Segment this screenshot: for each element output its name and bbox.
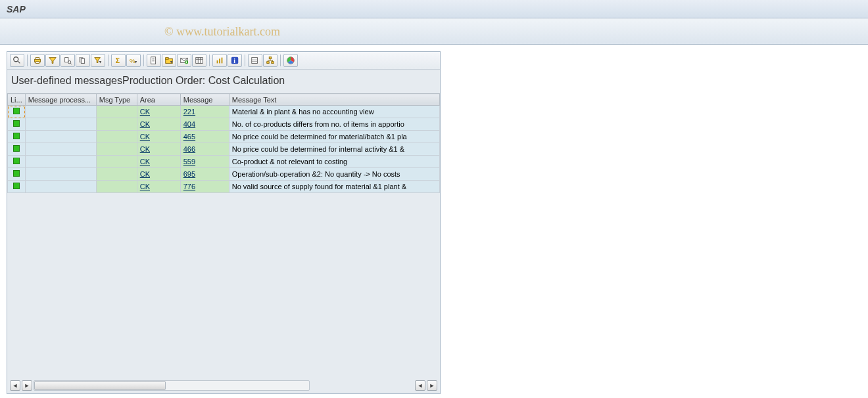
detail-button[interactable] [10,54,24,67]
status-light-icon [13,108,20,114]
svg-marker-5 [49,58,57,64]
message-link[interactable]: 466 [183,145,195,153]
table-row[interactable]: CK221Material & in plant & has no accoun… [8,106,440,118]
msgtype-cell [96,131,137,143]
message-cell: 221 [180,106,229,118]
msgtype-cell [96,181,137,193]
status-cell [8,106,26,118]
area-cell: CK [137,118,180,131]
find-button[interactable] [60,54,75,67]
area-cell: CK [137,143,180,156]
message-link[interactable]: 221 [183,108,195,116]
scroll-right-button[interactable]: ► [22,380,32,391]
table-row[interactable]: CK776No valid source of supply found for… [8,181,440,193]
message-link[interactable]: 465 [183,133,195,141]
svg-text:%: % [130,57,135,64]
table-row[interactable]: CK465No price could be determined for ma… [8,131,440,143]
mail-button[interactable] [177,54,191,67]
svg-rect-29 [217,60,218,63]
status-cell [8,118,26,131]
text-cell: No price could be determined for materia… [229,131,439,143]
status-light-icon [13,133,20,139]
status-cell [8,156,26,168]
area-link[interactable]: CK [140,183,150,190]
message-link[interactable]: 404 [183,120,195,128]
col-header-process[interactable]: Message process... [25,94,96,106]
process-cell [25,131,96,143]
text-cell: No. of co-products differs from no. of i… [229,118,439,131]
scroll-track[interactable] [34,380,310,391]
info-button[interactable]: i [228,54,242,67]
col-header-msgtype[interactable]: Msg Type [96,94,137,106]
col-header-area[interactable]: Area [137,94,180,106]
area-link[interactable]: CK [140,108,150,116]
message-table: Li... Message process... Msg Type Area M… [7,93,440,193]
table-container: Li... Message process... Msg Type Area M… [7,93,440,379]
table-row[interactable]: CK695Operation/sub-operation &2: No quan… [8,168,440,181]
export-button[interactable] [147,54,161,67]
svg-rect-31 [222,58,223,64]
scroll-left-button[interactable]: ◄ [10,380,20,391]
status-light-icon [13,145,20,152]
content-area: Σ % i User-defined messagesProduction Or… [0,45,868,398]
alv-toolbar: Σ % i [7,52,440,70]
area-link[interactable]: CK [140,145,150,153]
scroll-left-button-2[interactable]: ◄ [415,380,425,391]
area-cell: CK [137,106,180,118]
status-cell [8,168,26,181]
svg-rect-34 [252,58,258,64]
area-cell: CK [137,181,180,193]
message-link[interactable]: 559 [183,158,195,166]
msgtype-cell [96,106,137,118]
hierarchy-button[interactable] [263,54,277,67]
local-file-button[interactable] [162,54,176,67]
status-light-icon [13,158,20,164]
title-bar: SAP [0,0,868,18]
svg-marker-11 [95,58,101,63]
table-row[interactable]: CK404No. of co-products differs from no.… [8,118,440,131]
toolbar-separator [108,55,108,66]
subtotal-button[interactable]: % [126,54,141,67]
status-light-icon [13,183,20,189]
toolbar-separator [143,55,144,66]
graphic-button[interactable] [212,54,227,67]
area-link[interactable]: CK [140,170,150,178]
menu-bar: © www.tutorialkart.com [0,18,868,45]
print-button[interactable] [30,54,45,67]
chart-button[interactable] [283,54,298,67]
table-row[interactable]: CK466No price could be determined for in… [8,143,440,156]
svg-rect-25 [196,58,203,64]
abc-button[interactable] [248,54,262,67]
find-next-button[interactable] [76,54,90,67]
svg-rect-16 [151,57,156,64]
col-header-text[interactable]: Message Text [229,94,439,106]
area-link[interactable]: CK [140,120,150,128]
total-button[interactable]: Σ [111,54,126,67]
toolbar-separator [209,55,210,66]
col-header-light[interactable]: Li... [8,94,26,106]
process-cell [25,143,96,156]
message-cell: 465 [180,131,229,143]
table-row[interactable]: CK559Co-product & not relevant to costin… [8,156,440,168]
area-link[interactable]: CK [140,133,150,141]
message-link[interactable]: 695 [183,170,195,178]
filter-button[interactable] [45,54,60,67]
process-cell [25,168,96,181]
layout-button[interactable] [192,54,206,67]
scroll-right-button-2[interactable]: ► [427,380,437,391]
status-light-icon [13,170,20,177]
svg-rect-37 [269,57,272,59]
message-link[interactable]: 776 [183,183,195,190]
svg-rect-6 [65,58,68,62]
toolbar-separator [27,55,28,66]
set-filter-button[interactable] [91,54,105,67]
message-cell: 404 [180,118,229,131]
svg-point-0 [14,57,18,62]
svg-line-1 [18,61,20,64]
scroll-thumb[interactable] [34,381,166,390]
message-cell: 559 [180,156,229,168]
list-panel: Σ % i User-defined messagesProduction Or… [7,51,441,394]
svg-rect-38 [267,62,270,64]
area-link[interactable]: CK [140,158,150,166]
col-header-message[interactable]: Message [180,94,229,106]
